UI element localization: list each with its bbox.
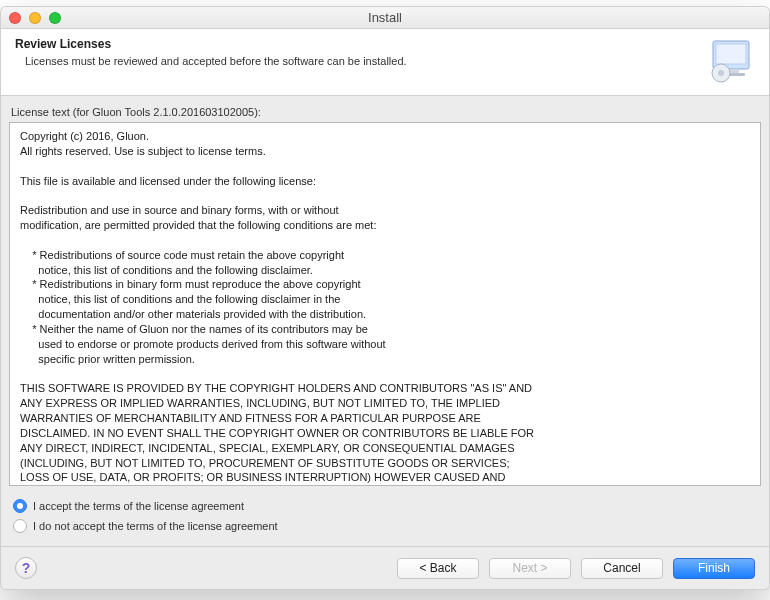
svg-rect-1: [716, 44, 746, 64]
radio-decline-label: I do not accept the terms of the license…: [33, 520, 278, 532]
radio-accept-label: I accept the terms of the license agreem…: [33, 500, 244, 512]
page-subtitle: Licenses must be reviewed and accepted b…: [25, 55, 697, 67]
license-text[interactable]: Copyright (c) 2016, Gluon. All rights re…: [9, 122, 761, 486]
install-window: Install Review Licenses Licenses must be…: [0, 6, 770, 590]
cancel-button[interactable]: Cancel: [581, 558, 663, 579]
help-button[interactable]: ?: [15, 557, 37, 579]
wizard-footer: ? < Back Next > Cancel Finish: [1, 546, 769, 589]
radio-icon: [13, 499, 27, 513]
install-icon: [707, 37, 755, 85]
radio-icon: [13, 519, 27, 533]
wizard-header: Review Licenses Licenses must be reviewe…: [1, 29, 769, 96]
agreement-radios: I accept the terms of the license agreem…: [9, 486, 761, 540]
next-button: Next >: [489, 558, 571, 579]
finish-button[interactable]: Finish: [673, 558, 755, 579]
svg-point-5: [718, 70, 724, 76]
titlebar: Install: [1, 7, 769, 29]
radio-accept[interactable]: I accept the terms of the license agreem…: [13, 496, 757, 516]
page-title: Review Licenses: [15, 37, 697, 51]
license-label: License text (for Gluon Tools 2.1.0.2016…: [9, 102, 761, 122]
content-area: License text (for Gluon Tools 2.1.0.2016…: [1, 96, 769, 546]
radio-decline[interactable]: I do not accept the terms of the license…: [13, 516, 757, 536]
window-title: Install: [1, 10, 769, 25]
back-button[interactable]: < Back: [397, 558, 479, 579]
